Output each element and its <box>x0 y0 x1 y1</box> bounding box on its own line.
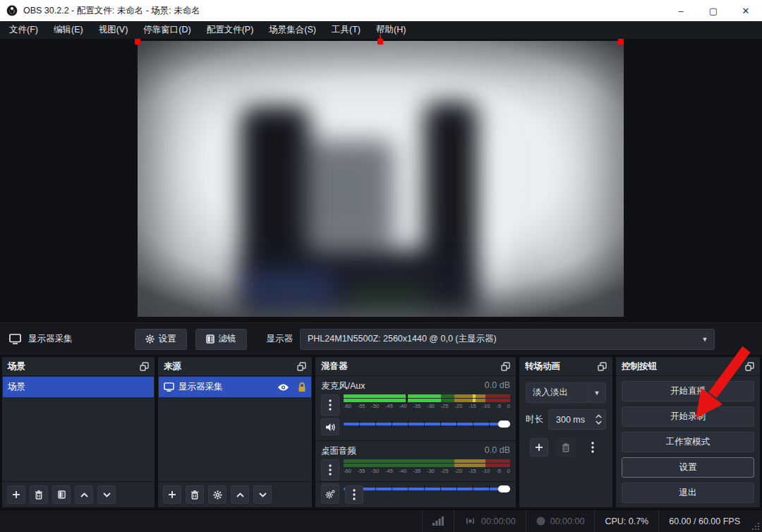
close-button[interactable]: ✕ <box>730 0 762 21</box>
popout-dock-icon[interactable] <box>745 362 754 371</box>
spin-up-icon[interactable] <box>595 414 602 418</box>
record-timer-segment: 00:00:00 <box>526 510 595 532</box>
transition-select-dropdown[interactable]: 淡入淡出 ▼ <box>526 382 606 403</box>
sources-panel-title: 来源 <box>164 361 181 373</box>
menu-scene-collection[interactable]: 场景集合(S) <box>261 21 324 39</box>
popout-dock-icon[interactable] <box>598 362 607 371</box>
settings-button[interactable]: 设置 <box>622 457 754 478</box>
sources-panel-header[interactable]: 来源 <box>158 357 312 376</box>
desktop-meter-scale: -60-55-50-45-40-35-30-25-20-15-10-50 <box>344 468 510 474</box>
duration-spinbox[interactable]: 300 ms <box>548 409 606 430</box>
mic-db-value: 0.0 dB <box>485 380 510 392</box>
scene-list-item[interactable]: 场景 <box>3 377 154 397</box>
scenes-toolbar <box>2 481 155 507</box>
kebab-menu-icon <box>329 399 332 411</box>
source-properties-button[interactable] <box>208 485 226 504</box>
record-dot-icon <box>536 516 545 526</box>
mixer-menu-button[interactable] <box>345 485 363 504</box>
trash-icon <box>562 443 570 452</box>
menu-bar: 文件(F) 编辑(E) 视图(V) 停靠窗口(D) 配置文件(P) 场景集合(S… <box>0 21 762 39</box>
menu-edit[interactable]: 编辑(E) <box>46 21 91 39</box>
remove-source-button[interactable] <box>186 485 204 504</box>
obs-logo-icon <box>6 5 18 16</box>
gear-icon <box>145 334 155 344</box>
transition-properties-button[interactable] <box>583 438 602 457</box>
controls-body: 开始直播 开始录制 工作室模式 设置 退出 <box>616 376 760 513</box>
transitions-panel-title: 转场动画 <box>525 361 560 373</box>
chevron-down-icon: ▼ <box>588 383 605 402</box>
mic-meter-scale: -60-55-50-45-40-35-30-25-20-15-10-50 <box>344 403 510 409</box>
kebab-menu-icon <box>329 464 332 476</box>
mixer-panel-header[interactable]: 混音器 <box>315 357 516 376</box>
filter-icon <box>58 490 66 499</box>
menu-view[interactable]: 视图(V) <box>91 21 136 39</box>
move-source-up-button[interactable] <box>231 485 249 504</box>
transition-select-value: 淡入淡出 <box>526 387 588 399</box>
gear-icon <box>213 490 222 500</box>
monitor-icon <box>164 382 174 392</box>
scenes-panel-header[interactable]: 场景 <box>2 357 155 376</box>
selection-handle-top-left[interactable] <box>135 39 140 44</box>
add-transition-button[interactable] <box>530 438 548 457</box>
source-item-label: 显示器采集 <box>179 381 223 393</box>
selection-handle-top-center[interactable] <box>377 39 383 44</box>
broadcast-icon <box>464 516 476 526</box>
trash-icon <box>35 490 43 500</box>
desktop-options-button[interactable] <box>321 459 339 480</box>
add-source-button[interactable] <box>163 485 181 504</box>
visibility-eye-icon[interactable] <box>277 383 289 392</box>
signal-bars-icon <box>433 516 444 526</box>
menu-docks[interactable]: 停靠窗口(D) <box>135 21 198 39</box>
preview-canvas[interactable] <box>138 41 624 317</box>
advanced-audio-properties-button[interactable] <box>321 485 339 504</box>
selection-handle-top-right[interactable] <box>618 39 624 44</box>
minimize-button[interactable]: – <box>665 0 697 21</box>
window-title: OBS 30.2.2 - 配置文件: 未命名 - 场景: 未命名 <box>23 5 200 17</box>
cpu-usage: CPU: 0.7% <box>605 516 648 526</box>
mic-options-button[interactable] <box>321 394 339 416</box>
chevron-down-icon <box>259 492 267 497</box>
source-list-item[interactable]: 显示器采集 <box>159 377 311 397</box>
duration-label: 时长 <box>526 413 543 425</box>
source-properties-button[interactable]: 设置 <box>135 329 187 350</box>
resize-grip[interactable] <box>751 522 760 531</box>
menu-help[interactable]: 帮助(H) <box>368 21 413 39</box>
maximize-button[interactable]: ▢ <box>697 0 730 21</box>
scene-filters-button[interactable] <box>52 485 71 504</box>
start-streaming-button[interactable]: 开始直播 <box>622 381 754 401</box>
transitions-panel-header[interactable]: 转场动画 <box>519 357 612 376</box>
lock-icon[interactable] <box>298 382 306 392</box>
source-filters-button[interactable]: 滤镜 <box>195 329 247 350</box>
scene-transitions-panel: 转场动画 淡入淡出 ▼ 时长 300 ms <box>519 357 612 507</box>
exit-button[interactable]: 退出 <box>622 483 754 503</box>
menu-tools[interactable]: 工具(T) <box>324 21 368 39</box>
remove-transition-button[interactable] <box>557 438 575 457</box>
spin-down-icon[interactable] <box>595 421 602 425</box>
start-recording-button[interactable]: 开始录制 <box>622 406 754 427</box>
trash-icon <box>190 490 199 500</box>
display-select-dropdown[interactable]: PHL24M1N5500Z: 2560x1440 @ 0,0 (主显示器) ▼ <box>300 329 715 350</box>
popout-dock-icon[interactable] <box>501 362 510 371</box>
selected-source-label: 显示器采集 <box>28 333 73 345</box>
popout-dock-icon[interactable] <box>297 362 306 371</box>
mixer-channel-mic: 麦克风/Aux 0.0 dB -60- <box>321 380 510 435</box>
mic-mute-button[interactable] <box>321 418 339 435</box>
cpu-usage-segment: CPU: 0.7% <box>594 510 658 532</box>
add-scene-button[interactable] <box>7 485 25 504</box>
popout-dock-icon[interactable] <box>140 362 149 371</box>
mic-volume-slider[interactable] <box>344 418 510 430</box>
controls-panel-header[interactable]: 控制按钮 <box>616 357 760 376</box>
menu-file[interactable]: 文件(F) <box>1 21 46 39</box>
remove-scene-button[interactable] <box>30 485 48 504</box>
mixer-toolbar <box>315 481 516 507</box>
studio-mode-button[interactable]: 工作室模式 <box>622 432 754 452</box>
move-source-down-button[interactable] <box>253 485 272 504</box>
menu-profile[interactable]: 配置文件(P) <box>199 21 262 39</box>
move-scene-down-button[interactable] <box>97 485 116 504</box>
title-bar: OBS 30.2.2 - 配置文件: 未命名 - 场景: 未命名 – ▢ ✕ <box>0 0 762 21</box>
mic-slider-knob[interactable] <box>498 421 510 428</box>
move-scene-up-button[interactable] <box>75 485 93 504</box>
chevron-up-icon <box>236 492 244 497</box>
kebab-menu-icon <box>353 489 356 500</box>
controls-panel: 控制按钮 开始直播 开始录制 工作室模式 设置 退出 <box>616 357 760 507</box>
